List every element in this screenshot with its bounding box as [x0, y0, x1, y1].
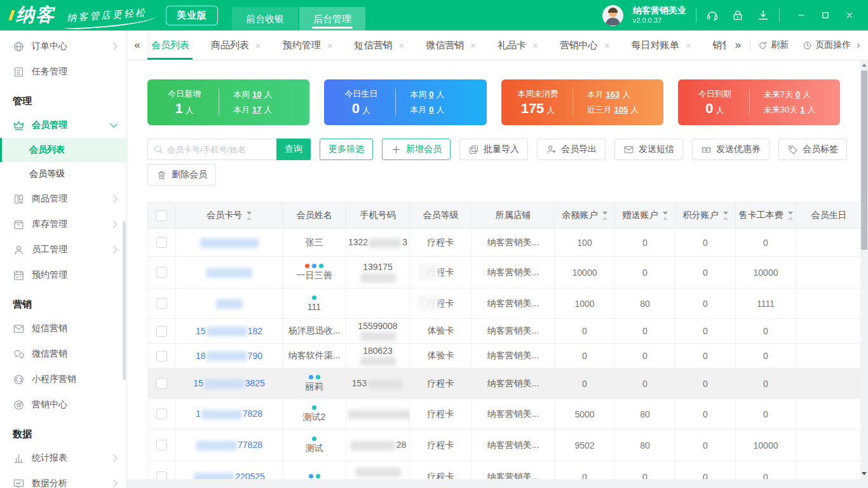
scroll-down-arrow-icon[interactable] [860, 469, 868, 478]
row-checkbox[interactable] [156, 378, 167, 389]
member-card-link[interactable]: 17828 [196, 409, 262, 419]
sidebar-item-marketing-center[interactable]: 营销中心 [0, 392, 126, 417]
column-header-phone[interactable]: 手机号码 [346, 203, 410, 229]
send-sms-button[interactable]: 发送短信 [614, 139, 683, 160]
row-checkbox[interactable] [156, 326, 167, 337]
delete-member-button[interactable]: 删除会员 [147, 164, 216, 186]
row-checkbox[interactable] [156, 409, 167, 419]
member-card-link[interactable]: 77828 [196, 440, 262, 450]
column-header-name[interactable]: 会员姓名 [283, 203, 346, 229]
tab-gift-card[interactable]: 礼品卡× [487, 30, 549, 60]
sidebar-scrollbar-thumb[interactable] [123, 221, 126, 380]
more-filter-button[interactable]: 更多筛选 [320, 139, 373, 160]
member-card-link[interactable] [215, 298, 243, 308]
sidebar-item-sms-marketing[interactable]: 短信营销 [0, 316, 126, 341]
sidebar-item-data-analysis[interactable]: 数据分析 [0, 471, 126, 488]
collapse-tabs-button[interactable]: « [127, 30, 147, 60]
sidebar-item-wechat-marketing[interactable]: 微信营销 [0, 341, 126, 367]
stat-detail-value-link[interactable]: 163 [606, 90, 620, 99]
page-ops-button[interactable]: 页面操作 [815, 39, 851, 51]
headset-icon[interactable] [706, 9, 719, 22]
send-coupon-button[interactable]: 发送优惠券 [692, 139, 770, 160]
member-card-link[interactable]: 153825 [193, 378, 265, 388]
batch-import-button[interactable]: 批量导入 [459, 139, 528, 160]
close-tab-icon[interactable]: × [327, 41, 333, 50]
sort-arrows-icon[interactable] [602, 212, 607, 220]
close-tab-icon[interactable]: × [604, 41, 610, 50]
column-header-birthday[interactable]: 会员生日 [796, 203, 862, 229]
sidebar-item-inventory-manage[interactable]: 库存管理 [0, 212, 126, 237]
tab-daily-statement[interactable]: 每日对账单× [621, 30, 702, 60]
close-tab-icon[interactable]: × [470, 41, 476, 50]
member-card-link[interactable]: 18790 [196, 351, 262, 361]
vertical-scrollbar-thumb[interactable] [861, 71, 867, 250]
column-header-store[interactable]: 所属店铺 [472, 203, 555, 229]
tab-marketing-center[interactable]: 营销中心× [549, 30, 621, 60]
sort-arrows-icon[interactable] [723, 212, 728, 220]
tab-product-list[interactable]: 商品列表× [200, 30, 272, 60]
member-card-link[interactable] [200, 237, 259, 247]
sidebar-item-miniprogram-marketing[interactable]: 小程序营销 [0, 367, 126, 392]
stat-detail-value-link[interactable]: 0 [429, 105, 433, 114]
refresh-button[interactable]: 刷新 [771, 39, 789, 51]
horizontal-scrollbar[interactable] [127, 479, 860, 488]
vertical-scrollbar[interactable] [860, 60, 868, 488]
row-checkbox[interactable] [156, 267, 167, 278]
download-icon[interactable] [757, 9, 770, 22]
close-tab-icon[interactable]: × [686, 41, 691, 50]
select-all-checkbox[interactable] [156, 210, 167, 221]
lock-icon[interactable] [731, 9, 744, 22]
sidebar-item-member-level[interactable]: 会员等级 [0, 162, 126, 186]
search-input[interactable] [148, 139, 276, 159]
member-card-link[interactable]: 15182 [196, 326, 262, 336]
sidebar-item-order-center[interactable]: 订单中心 [0, 34, 126, 59]
maximize-button[interactable] [813, 4, 837, 26]
stat-detail-value-link[interactable]: 1 [800, 105, 804, 114]
tab-sales-report[interactable]: 销售报表 [702, 30, 726, 60]
column-header-balance[interactable]: 余额账户 [555, 203, 615, 229]
sort-arrows-icon[interactable] [247, 212, 252, 220]
scroll-up-arrow-icon[interactable] [860, 60, 868, 69]
expand-tabs-button[interactable]: » [726, 39, 750, 51]
sort-arrows-icon[interactable] [663, 212, 668, 220]
close-tab-icon[interactable]: × [532, 41, 538, 50]
topbar-tab-front-cashier[interactable]: 前台收银 [232, 7, 298, 30]
minimize-button[interactable] [789, 4, 813, 26]
chevron-right-icon[interactable]: › [857, 39, 860, 51]
close-tab-icon[interactable]: × [399, 41, 405, 50]
column-header-points[interactable]: 积分账户 [675, 203, 736, 229]
tab-member-list[interactable]: 会员列表 [140, 30, 200, 60]
column-header-card-fee[interactable]: 售卡工本费 [736, 203, 796, 229]
column-header-gift[interactable]: 赠送账户 [615, 203, 675, 229]
row-checkbox[interactable] [156, 237, 167, 248]
stat-detail-value-link[interactable]: 0 [429, 90, 433, 99]
tab-sms-marketing[interactable]: 短信营销× [344, 30, 416, 60]
tab-wechat-marketing[interactable]: 微信营销× [415, 30, 487, 60]
stat-detail-value-link[interactable]: 17 [252, 105, 261, 114]
sidebar-item-staff-manage[interactable]: 员工管理 [0, 237, 126, 262]
topbar-tab-back-manage[interactable]: 后台管理 [299, 7, 365, 30]
avatar[interactable] [602, 5, 623, 26]
sidebar-item-stats-report[interactable]: 统计报表 [0, 445, 126, 471]
member-card-link[interactable] [206, 267, 253, 277]
member-export-button[interactable]: 会员导出 [537, 139, 606, 160]
add-member-button[interactable]: 新增会员 [382, 139, 451, 160]
row-checkbox[interactable] [156, 351, 167, 362]
sidebar-item-product-manage[interactable]: 商品管理 [0, 186, 126, 212]
column-header-level[interactable]: 会员等级 [410, 203, 472, 229]
sidebar-item-task-manage[interactable]: 任务管理 [0, 59, 126, 85]
sidebar-item-appointment-manage[interactable]: 预约管理 [0, 262, 126, 288]
sort-arrows-icon[interactable] [788, 212, 793, 220]
edition-badge[interactable]: 美业版 [166, 6, 218, 25]
close-button[interactable] [837, 4, 862, 26]
stat-detail-value-link[interactable]: 10 [252, 90, 261, 99]
stat-detail-value-link[interactable]: 105 [614, 105, 628, 114]
row-checkbox[interactable] [156, 440, 167, 451]
search-button[interactable]: 查询 [276, 139, 311, 160]
row-checkbox[interactable] [156, 298, 167, 309]
sidebar-item-member-list[interactable]: 会员列表 [0, 138, 126, 162]
member-tag-button[interactable]: 会员标签 [778, 139, 847, 160]
sidebar-item-member-manage[interactable]: 会员管理 [0, 112, 126, 138]
column-header-card-no[interactable]: 会员卡号 [176, 203, 283, 229]
stat-detail-value-link[interactable]: 0 [796, 90, 800, 99]
